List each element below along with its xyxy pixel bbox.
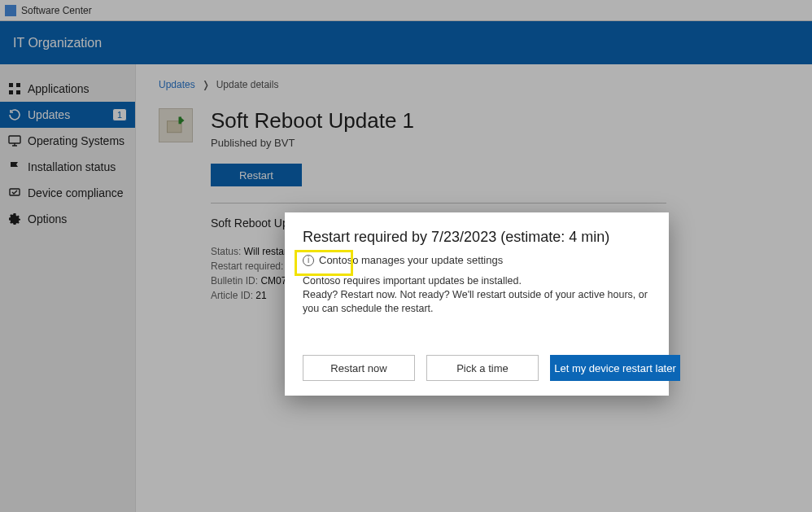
sidebar-item-applications[interactable]: Applications	[0, 76, 135, 102]
sidebar-item-label: Updates	[28, 108, 70, 121]
breadcrumb: Updates ❭ Update details	[159, 79, 789, 90]
update-publisher: Published by BVT	[211, 137, 666, 149]
sidebar-item-install-status[interactable]: Installation status	[0, 154, 135, 180]
app-icon	[5, 5, 16, 16]
dialog-subtitle: Contoso manages your update settings	[319, 254, 503, 266]
dialog-button-row: Restart now Pick a time Let my device re…	[303, 355, 651, 381]
dialog-body-line2: Ready? Restart now. Not ready? We'll res…	[303, 288, 651, 316]
sidebar: Applications Updates 1 Operating Systems	[0, 64, 136, 512]
svg-rect-5	[10, 189, 20, 195]
dialog-body: Contoso requires important updates be in…	[303, 274, 651, 316]
window-titlebar: Software Center	[0, 0, 812, 21]
dialog-body-line1: Contoso requires important updates be in…	[303, 274, 651, 288]
org-header: IT Organization	[0, 21, 812, 64]
restart-now-button[interactable]: Restart now	[303, 355, 415, 381]
sidebar-item-label: Device compliance	[28, 186, 124, 199]
sidebar-item-os[interactable]: Operating Systems	[0, 128, 135, 154]
flag-icon	[8, 160, 21, 173]
monitor-icon	[8, 134, 21, 147]
restart-required-label: Restart required:	[211, 260, 283, 272]
chevron-right-icon: ❭	[202, 79, 210, 90]
restart-later-button[interactable]: Let my device restart later	[550, 355, 680, 381]
sidebar-item-label: Options	[28, 212, 67, 225]
status-label: Status:	[211, 246, 241, 257]
svg-rect-0	[9, 83, 13, 87]
updates-count-badge: 1	[112, 108, 127, 121]
dialog-subtitle-row: i Contoso manages your update settings	[303, 254, 651, 266]
article-label: Article ID:	[211, 290, 253, 301]
package-install-icon	[159, 108, 193, 142]
window-title: Software Center	[21, 5, 92, 16]
gear-icon	[8, 212, 21, 225]
bulletin-label: Bulletin ID:	[211, 275, 258, 287]
sidebar-item-updates[interactable]: Updates 1	[0, 102, 135, 128]
pick-time-button[interactable]: Pick a time	[426, 355, 539, 381]
grid-icon	[8, 82, 21, 95]
sidebar-item-options[interactable]: Options	[0, 206, 135, 232]
refresh-icon	[8, 108, 21, 121]
article-value: 21	[255, 290, 266, 301]
sidebar-item-label: Applications	[28, 82, 89, 95]
sidebar-item-label: Operating Systems	[28, 134, 124, 147]
info-icon: i	[303, 255, 314, 266]
sidebar-item-compliance[interactable]: Device compliance	[0, 180, 135, 206]
org-name: IT Organization	[13, 36, 102, 50]
svg-rect-2	[9, 90, 13, 94]
svg-rect-4	[9, 136, 20, 143]
breadcrumb-current: Update details	[216, 79, 279, 90]
page-root: Software Center IT Organization Applicat…	[0, 0, 812, 512]
dialog-title: Restart required by 7/23/2023 (estimate:…	[303, 229, 651, 246]
shield-check-icon	[8, 186, 21, 199]
divider	[211, 203, 666, 203]
update-title: Soft Reboot Update 1	[211, 108, 666, 133]
restart-dialog: Restart required by 7/23/2023 (estimate:…	[285, 212, 669, 396]
svg-rect-1	[16, 83, 20, 87]
sidebar-item-label: Installation status	[28, 160, 116, 173]
breadcrumb-root[interactable]: Updates	[159, 79, 195, 90]
svg-rect-7	[179, 117, 182, 125]
svg-rect-3	[16, 90, 20, 94]
restart-button[interactable]: Restart	[211, 164, 302, 186]
